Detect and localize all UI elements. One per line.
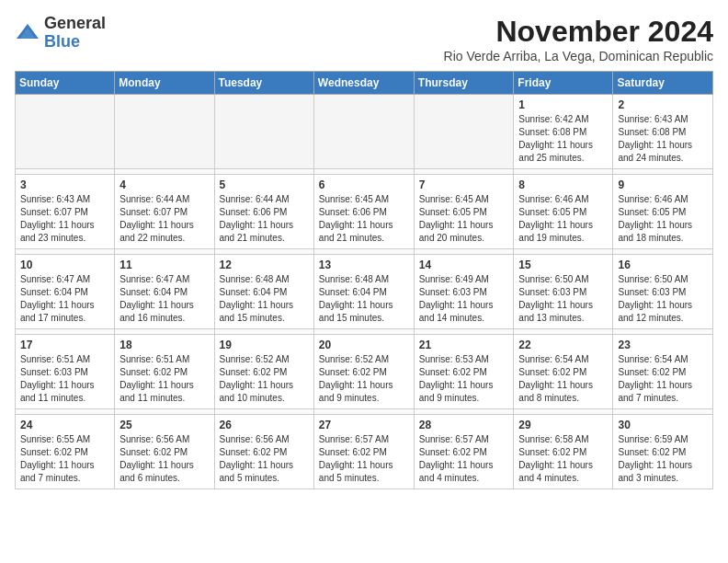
day-number: 6 bbox=[319, 178, 409, 191]
day-info: Sunrise: 6:52 AM Sunset: 6:02 PM Dayligh… bbox=[319, 353, 409, 405]
day-info: Sunrise: 6:59 AM Sunset: 6:02 PM Dayligh… bbox=[618, 433, 708, 485]
calendar-cell: 18Sunrise: 6:51 AM Sunset: 6:02 PM Dayli… bbox=[115, 335, 214, 409]
day-info: Sunrise: 6:42 AM Sunset: 6:08 PM Dayligh… bbox=[518, 113, 608, 165]
calendar-cell: 24Sunrise: 6:55 AM Sunset: 6:02 PM Dayli… bbox=[16, 415, 115, 489]
calendar-week-row: 24Sunrise: 6:55 AM Sunset: 6:02 PM Dayli… bbox=[16, 415, 713, 489]
day-info: Sunrise: 6:51 AM Sunset: 6:02 PM Dayligh… bbox=[119, 353, 209, 405]
calendar-cell: 15Sunrise: 6:50 AM Sunset: 6:03 PM Dayli… bbox=[514, 255, 613, 329]
day-number: 11 bbox=[119, 259, 209, 271]
day-info: Sunrise: 6:57 AM Sunset: 6:02 PM Dayligh… bbox=[419, 433, 509, 485]
day-info: Sunrise: 6:58 AM Sunset: 6:02 PM Dayligh… bbox=[518, 433, 608, 485]
calendar-cell: 30Sunrise: 6:59 AM Sunset: 6:02 PM Dayli… bbox=[613, 415, 713, 489]
day-info: Sunrise: 6:55 AM Sunset: 6:02 PM Dayligh… bbox=[20, 433, 109, 485]
calendar-cell: 29Sunrise: 6:58 AM Sunset: 6:02 PM Dayli… bbox=[514, 415, 613, 489]
day-info: Sunrise: 6:45 AM Sunset: 6:06 PM Dayligh… bbox=[319, 193, 409, 245]
calendar-cell: 19Sunrise: 6:52 AM Sunset: 6:02 PM Dayli… bbox=[214, 335, 313, 409]
day-number: 13 bbox=[319, 259, 409, 271]
calendar-cell bbox=[16, 95, 115, 169]
day-info: Sunrise: 6:50 AM Sunset: 6:03 PM Dayligh… bbox=[518, 273, 608, 325]
weekday-header-thursday: Thursday bbox=[414, 72, 514, 95]
calendar-cell: 9Sunrise: 6:46 AM Sunset: 6:05 PM Daylig… bbox=[613, 175, 713, 249]
calendar-cell bbox=[313, 95, 414, 169]
calendar-cell bbox=[214, 95, 313, 169]
day-info: Sunrise: 6:52 AM Sunset: 6:02 PM Dayligh… bbox=[220, 353, 309, 405]
logo-text: General Blue bbox=[44, 15, 106, 52]
calendar-cell: 20Sunrise: 6:52 AM Sunset: 6:02 PM Dayli… bbox=[313, 335, 414, 409]
calendar-cell: 11Sunrise: 6:47 AM Sunset: 6:04 PM Dayli… bbox=[115, 255, 214, 329]
calendar-cell: 3Sunrise: 6:43 AM Sunset: 6:07 PM Daylig… bbox=[16, 175, 115, 249]
calendar-cell: 21Sunrise: 6:53 AM Sunset: 6:02 PM Dayli… bbox=[414, 335, 514, 409]
calendar-week-row: 3Sunrise: 6:43 AM Sunset: 6:07 PM Daylig… bbox=[16, 175, 713, 249]
month-title: November 2024 bbox=[444, 15, 713, 49]
day-number: 5 bbox=[220, 178, 309, 191]
calendar-cell: 26Sunrise: 6:56 AM Sunset: 6:02 PM Dayli… bbox=[214, 415, 313, 489]
weekday-header-saturday: Saturday bbox=[613, 72, 713, 95]
day-info: Sunrise: 6:44 AM Sunset: 6:06 PM Dayligh… bbox=[220, 193, 309, 245]
weekday-header-tuesday: Tuesday bbox=[214, 72, 313, 95]
logo-icon bbox=[15, 20, 40, 46]
day-info: Sunrise: 6:54 AM Sunset: 6:02 PM Dayligh… bbox=[518, 353, 608, 405]
calendar-cell: 28Sunrise: 6:57 AM Sunset: 6:02 PM Dayli… bbox=[414, 415, 514, 489]
day-info: Sunrise: 6:56 AM Sunset: 6:02 PM Dayligh… bbox=[220, 433, 309, 485]
day-number: 14 bbox=[419, 259, 509, 271]
page-header: General Blue November 2024 Rio Verde Arr… bbox=[15, 15, 713, 63]
day-number: 8 bbox=[518, 178, 608, 191]
day-number: 22 bbox=[518, 339, 608, 351]
calendar-table: SundayMondayTuesdayWednesdayThursdayFrid… bbox=[15, 71, 713, 489]
day-info: Sunrise: 6:54 AM Sunset: 6:02 PM Dayligh… bbox=[618, 353, 708, 405]
calendar-cell: 10Sunrise: 6:47 AM Sunset: 6:04 PM Dayli… bbox=[16, 255, 115, 329]
location-subtitle: Rio Verde Arriba, La Vega, Dominican Rep… bbox=[444, 49, 713, 63]
calendar-cell: 23Sunrise: 6:54 AM Sunset: 6:02 PM Dayli… bbox=[613, 335, 713, 409]
day-info: Sunrise: 6:44 AM Sunset: 6:07 PM Dayligh… bbox=[119, 193, 209, 245]
day-info: Sunrise: 6:47 AM Sunset: 6:04 PM Dayligh… bbox=[20, 273, 109, 325]
day-number: 25 bbox=[119, 419, 209, 431]
day-number: 18 bbox=[119, 339, 209, 351]
calendar-cell: 5Sunrise: 6:44 AM Sunset: 6:06 PM Daylig… bbox=[214, 175, 313, 249]
calendar-cell: 16Sunrise: 6:50 AM Sunset: 6:03 PM Dayli… bbox=[613, 255, 713, 329]
logo: General Blue bbox=[15, 15, 106, 52]
day-number: 4 bbox=[119, 178, 209, 191]
day-number: 26 bbox=[220, 419, 309, 431]
calendar-cell: 22Sunrise: 6:54 AM Sunset: 6:02 PM Dayli… bbox=[514, 335, 613, 409]
day-info: Sunrise: 6:48 AM Sunset: 6:04 PM Dayligh… bbox=[319, 273, 409, 325]
weekday-header-monday: Monday bbox=[115, 72, 214, 95]
calendar-cell: 1Sunrise: 6:42 AM Sunset: 6:08 PM Daylig… bbox=[514, 95, 613, 169]
day-info: Sunrise: 6:47 AM Sunset: 6:04 PM Dayligh… bbox=[119, 273, 209, 325]
weekday-header-sunday: Sunday bbox=[16, 72, 115, 95]
day-number: 27 bbox=[319, 419, 409, 431]
day-info: Sunrise: 6:51 AM Sunset: 6:03 PM Dayligh… bbox=[20, 353, 109, 405]
day-number: 2 bbox=[618, 98, 708, 111]
day-number: 24 bbox=[20, 419, 109, 431]
day-info: Sunrise: 6:46 AM Sunset: 6:05 PM Dayligh… bbox=[518, 193, 608, 245]
day-number: 10 bbox=[20, 259, 109, 271]
calendar-cell: 8Sunrise: 6:46 AM Sunset: 6:05 PM Daylig… bbox=[514, 175, 613, 249]
day-info: Sunrise: 6:49 AM Sunset: 6:03 PM Dayligh… bbox=[419, 273, 509, 325]
day-info: Sunrise: 6:46 AM Sunset: 6:05 PM Dayligh… bbox=[618, 193, 708, 245]
calendar-cell: 4Sunrise: 6:44 AM Sunset: 6:07 PM Daylig… bbox=[115, 175, 214, 249]
calendar-cell bbox=[414, 95, 514, 169]
calendar-cell: 6Sunrise: 6:45 AM Sunset: 6:06 PM Daylig… bbox=[313, 175, 414, 249]
calendar-week-row: 17Sunrise: 6:51 AM Sunset: 6:03 PM Dayli… bbox=[16, 335, 713, 409]
day-info: Sunrise: 6:43 AM Sunset: 6:07 PM Dayligh… bbox=[20, 193, 109, 245]
day-number: 20 bbox=[319, 339, 409, 351]
calendar-week-row: 1Sunrise: 6:42 AM Sunset: 6:08 PM Daylig… bbox=[16, 95, 713, 169]
day-info: Sunrise: 6:45 AM Sunset: 6:05 PM Dayligh… bbox=[419, 193, 509, 245]
day-number: 29 bbox=[518, 419, 608, 431]
calendar-cell: 12Sunrise: 6:48 AM Sunset: 6:04 PM Dayli… bbox=[214, 255, 313, 329]
weekday-header-wednesday: Wednesday bbox=[313, 72, 414, 95]
day-number: 16 bbox=[618, 259, 708, 271]
day-info: Sunrise: 6:53 AM Sunset: 6:02 PM Dayligh… bbox=[419, 353, 509, 405]
day-number: 7 bbox=[419, 178, 509, 191]
day-number: 28 bbox=[419, 419, 509, 431]
weekday-header-row: SundayMondayTuesdayWednesdayThursdayFrid… bbox=[16, 72, 713, 95]
weekday-header-friday: Friday bbox=[514, 72, 613, 95]
day-number: 21 bbox=[419, 339, 509, 351]
day-number: 23 bbox=[618, 339, 708, 351]
day-number: 17 bbox=[20, 339, 109, 351]
day-info: Sunrise: 6:57 AM Sunset: 6:02 PM Dayligh… bbox=[319, 433, 409, 485]
title-block: November 2024 Rio Verde Arriba, La Vega,… bbox=[444, 15, 713, 63]
calendar-week-row: 10Sunrise: 6:47 AM Sunset: 6:04 PM Dayli… bbox=[16, 255, 713, 329]
day-number: 15 bbox=[518, 259, 608, 271]
day-number: 30 bbox=[618, 419, 708, 431]
calendar-cell: 13Sunrise: 6:48 AM Sunset: 6:04 PM Dayli… bbox=[313, 255, 414, 329]
